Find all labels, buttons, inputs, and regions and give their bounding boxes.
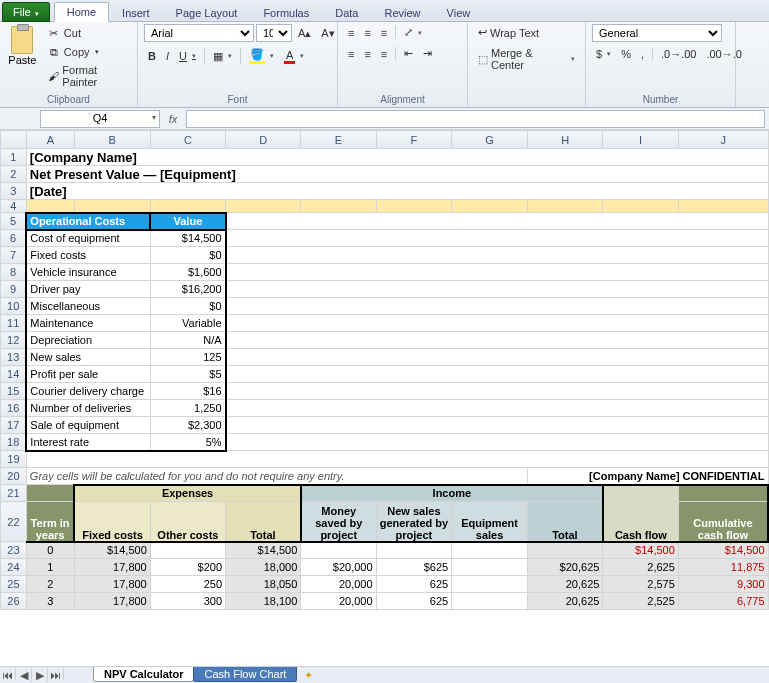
merge-center-button[interactable]: ⬚Merge & Center: [474, 45, 579, 73]
row-hdr[interactable]: 8: [1, 264, 27, 281]
row-hdr[interactable]: 23: [1, 542, 27, 559]
cell[interactable]: [226, 417, 768, 434]
row-hdr[interactable]: 25: [1, 576, 27, 593]
opcost-name[interactable]: Miscellaneous: [26, 298, 150, 315]
opcost-name[interactable]: Depreciation: [26, 332, 150, 349]
other-cost[interactable]: 250: [150, 576, 225, 593]
tab-file[interactable]: File: [2, 2, 50, 22]
col-hdr[interactable]: F: [376, 131, 452, 149]
term[interactable]: 2: [26, 576, 74, 593]
exp-total[interactable]: $14,500: [226, 542, 301, 559]
exp-total[interactable]: 18,050: [226, 576, 301, 593]
opcost-value[interactable]: $16,200: [150, 281, 225, 298]
opcost-name[interactable]: Number of deliveries: [26, 400, 150, 417]
col-hdr[interactable]: B: [74, 131, 150, 149]
note[interactable]: Gray cells will be calculated for you an…: [26, 468, 527, 485]
cash-flow[interactable]: $14,500: [603, 542, 678, 559]
align-bottom-button[interactable]: ≡: [377, 25, 391, 41]
cell[interactable]: [226, 315, 768, 332]
cell[interactable]: [226, 213, 768, 230]
cash-flow[interactable]: 2,625: [603, 559, 678, 576]
row-hdr[interactable]: 2: [1, 166, 27, 183]
money-saved[interactable]: 20,000: [301, 593, 376, 610]
opcost-value[interactable]: $16: [150, 383, 225, 400]
sheet-tab-cashflow[interactable]: Cash Flow Chart: [193, 667, 297, 682]
term-corner[interactable]: [26, 485, 74, 502]
cell[interactable]: [226, 230, 768, 247]
opcost-value[interactable]: Variable: [150, 315, 225, 332]
row-hdr[interactable]: 15: [1, 383, 27, 400]
company-name[interactable]: [Company Name]: [26, 149, 768, 166]
row-hdr[interactable]: 24: [1, 559, 27, 576]
row-hdr[interactable]: 18: [1, 434, 27, 451]
confidential[interactable]: [Company Name] CONFIDENTIAL: [527, 468, 768, 485]
row-hdr[interactable]: 14: [1, 366, 27, 383]
col-hdr[interactable]: E: [301, 131, 376, 149]
opcost-value[interactable]: $0: [150, 298, 225, 315]
font-name-select[interactable]: Arial: [144, 24, 254, 42]
cum-cash-flow[interactable]: 9,300: [678, 576, 768, 593]
term[interactable]: 3: [26, 593, 74, 610]
money-saved[interactable]: [301, 542, 376, 559]
col-hdr[interactable]: A: [26, 131, 74, 149]
sheet-tab-npv[interactable]: NPV Calculator: [93, 667, 194, 682]
increase-decimal-button[interactable]: .0→.00: [657, 46, 700, 62]
cell[interactable]: [226, 264, 768, 281]
paste-button[interactable]: Paste: [6, 24, 39, 68]
fill-color-button[interactable]: 🪣: [245, 46, 278, 66]
cash-flow[interactable]: 2,525: [603, 593, 678, 610]
col-hdr[interactable]: C: [150, 131, 225, 149]
inc-total[interactable]: 20,625: [527, 593, 602, 610]
opcost-value-header[interactable]: Value: [150, 213, 225, 230]
cell[interactable]: [226, 332, 768, 349]
hdr-term[interactable]: Term in years: [26, 502, 74, 542]
opcost-name[interactable]: Courier delivery charge: [26, 383, 150, 400]
row-hdr[interactable]: 6: [1, 230, 27, 247]
underline-button[interactable]: U: [175, 48, 200, 64]
shrink-font-button[interactable]: A▾: [317, 25, 338, 42]
bold-button[interactable]: B: [144, 48, 160, 64]
opcost-name[interactable]: Maintenance: [26, 315, 150, 332]
fixed-cost[interactable]: 17,800: [74, 559, 150, 576]
fixed-cost[interactable]: 17,800: [74, 593, 150, 610]
cell[interactable]: [226, 349, 768, 366]
hdr-fixed[interactable]: Fixed costs: [74, 502, 150, 542]
align-center-button[interactable]: ≡: [360, 46, 374, 62]
cell[interactable]: [678, 485, 768, 502]
opcost-name[interactable]: Vehicle insurance: [26, 264, 150, 281]
cell[interactable]: [226, 366, 768, 383]
row-hdr[interactable]: 9: [1, 281, 27, 298]
other-cost[interactable]: $200: [150, 559, 225, 576]
opcost-value[interactable]: 5%: [150, 434, 225, 451]
new-sales[interactable]: 625: [376, 593, 452, 610]
cell[interactable]: [226, 281, 768, 298]
tab-data[interactable]: Data: [322, 3, 371, 22]
copy-button[interactable]: ⧉Copy▾: [43, 43, 131, 61]
new-sales[interactable]: 625: [376, 576, 452, 593]
worksheet-grid[interactable]: A B C D E F G H I J 1[Company Name]2Net …: [0, 130, 769, 666]
opcost-name[interactable]: Fixed costs: [26, 247, 150, 264]
fixed-cost[interactable]: $14,500: [74, 542, 150, 559]
align-top-button[interactable]: ≡: [344, 25, 358, 41]
format-painter-button[interactable]: 🖌Format Painter: [43, 62, 131, 90]
cum-cash-flow[interactable]: $14,500: [678, 542, 768, 559]
opcost-name[interactable]: Sale of equipment: [26, 417, 150, 434]
opcost-value[interactable]: $2,300: [150, 417, 225, 434]
new-sales[interactable]: [376, 542, 452, 559]
sheet-nav-prev[interactable]: ◀: [16, 669, 32, 682]
new-sheet-button[interactable]: ✦: [299, 669, 317, 682]
row-hdr[interactable]: 1: [1, 149, 27, 166]
sheet-nav-last[interactable]: ⏭: [48, 669, 64, 681]
opcost-value[interactable]: $5: [150, 366, 225, 383]
wrap-text-button[interactable]: ↩Wrap Text: [474, 24, 543, 41]
row-hdr[interactable]: 5: [1, 213, 27, 230]
col-hdr[interactable]: G: [452, 131, 528, 149]
equip-sales[interactable]: [452, 559, 528, 576]
hdr-exp-total[interactable]: Total: [226, 502, 301, 542]
cell[interactable]: [226, 298, 768, 315]
cum-cash-flow[interactable]: 11,875: [678, 559, 768, 576]
other-cost[interactable]: [150, 542, 225, 559]
row-hdr[interactable]: 16: [1, 400, 27, 417]
percent-format-button[interactable]: %: [617, 46, 635, 62]
equip-sales[interactable]: [452, 576, 528, 593]
